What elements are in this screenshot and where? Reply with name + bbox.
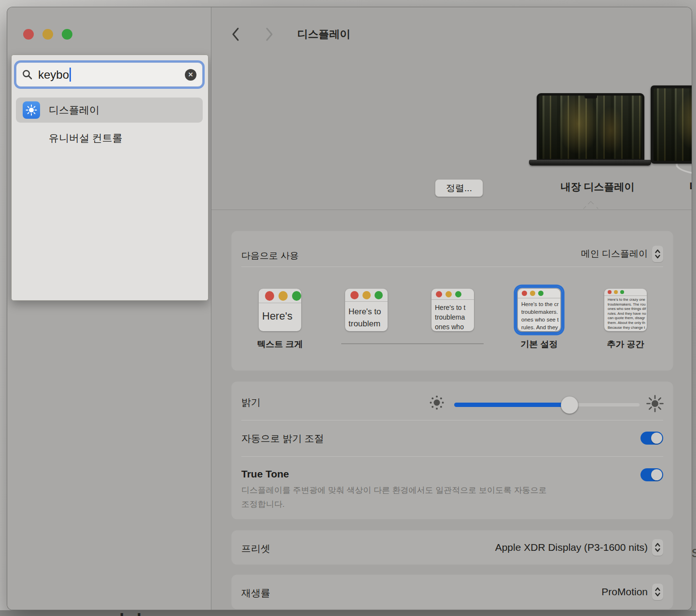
sidebar-item-label: 유니버설 컨트롤 — [49, 131, 123, 145]
brightness-dim-icon — [429, 394, 445, 411]
use-as-popup[interactable]: 메인 디스플레이 — [581, 246, 663, 262]
scaling-option-default[interactable]: Here's to the cr troublemakers. ones who… — [515, 286, 563, 334]
refresh-rate-popup[interactable]: ProMotion — [601, 584, 663, 600]
true-tone-description: 디스플레이를 주변광에 맞춰 색상이 다른 환경에서도 일관적으로 보이도록 자… — [241, 483, 608, 511]
scaling-option-3[interactable]: Here's to t troublema ones who — [429, 286, 476, 334]
laptop-notch — [585, 96, 597, 98]
refresh-rate-card: 재생률 ProMotion — [232, 575, 673, 609]
builtin-display-thumbnail[interactable] — [537, 93, 644, 161]
brightness-label: 밝기 — [241, 396, 261, 409]
use-as-label: 다음으로 사용 — [241, 250, 299, 262]
main-content: 디스플레이 내장 디스플레이 LG HDR 4K 정렬... 다음으로 사용 메… — [211, 7, 692, 610]
refresh-rate-label: 재생률 — [241, 587, 270, 600]
use-as-value: 메인 디스플레이 — [581, 248, 648, 260]
divider — [241, 266, 663, 267]
search-query-text: keybo — [38, 68, 69, 82]
wallpaper-preview — [539, 96, 642, 159]
preset-label: 프리셋 — [241, 542, 270, 555]
wallpaper-preview — [654, 88, 692, 161]
chevron-up-down-icon — [652, 584, 663, 600]
external-display-label: LG HDR 4K — [668, 180, 692, 192]
preset-card: 프리셋 Apple XDR Display (P3-1600 nits) — [232, 531, 673, 564]
background-strip: ssh-keygen — [0, 610, 696, 616]
system-settings-window: keybo ✕ 디스플레이 — [7, 7, 692, 610]
scaling-option-larger-text[interactable]: Here's — [256, 286, 304, 334]
preset-value: Apple XDR Display (P3-1600 nits) — [495, 542, 648, 553]
brightness-slider-fill — [454, 403, 570, 407]
divider — [241, 456, 663, 457]
caret-mask — [586, 204, 597, 210]
chevron-up-down-icon — [652, 539, 663, 556]
brightness-slider[interactable] — [454, 403, 640, 407]
background-partial-text-right: s — [692, 544, 696, 561]
back-button[interactable] — [231, 27, 240, 42]
search-icon — [22, 70, 32, 80]
scaling-option-more-space[interactable]: Here's to the crazy one troublemakers. T… — [602, 286, 649, 334]
search-input[interactable]: keybo ✕ — [16, 62, 203, 87]
builtin-display-label: 내장 디스플레이 — [549, 180, 646, 194]
scaling-label-more-space: 추가 공간 — [582, 338, 669, 350]
close-window-button[interactable] — [23, 29, 34, 40]
auto-brightness-label: 자동으로 밝기 조절 — [241, 432, 324, 445]
window-controls — [23, 29, 72, 40]
zoom-window-button[interactable] — [62, 29, 72, 40]
brightness-slider-knob[interactable] — [561, 396, 578, 414]
display-settings-icon — [23, 101, 40, 119]
scaling-option-2[interactable]: Here's to troublem — [343, 286, 390, 334]
sidebar-item-displays[interactable]: 디스플레이 — [16, 98, 203, 123]
external-display-thumbnail[interactable] — [651, 85, 692, 164]
sidebar-item-label: 디스플레이 — [49, 103, 99, 117]
navigation-bar: 디스플레이 — [211, 22, 692, 47]
sidebar: keybo ✕ 디스플레이 — [7, 7, 211, 610]
laptop-base — [529, 160, 651, 166]
divider — [241, 420, 663, 420]
brightness-card: 밝기 — [232, 382, 673, 519]
arrange-displays-button[interactable]: 정렬... — [435, 179, 483, 197]
brightness-bright-icon — [646, 394, 664, 413]
true-tone-toggle[interactable] — [640, 468, 663, 481]
scaling-options-connector — [341, 343, 484, 344]
scaling-label-default: 기본 설정 — [496, 338, 583, 350]
search-results-panel: keybo ✕ 디스플레이 — [11, 55, 209, 301]
true-tone-label: True Tone — [241, 468, 289, 480]
scaling-label-larger-text: 텍스트 크게 — [237, 338, 323, 350]
page-title: 디스플레이 — [297, 27, 350, 42]
minimize-window-button[interactable] — [42, 29, 53, 40]
refresh-rate-value: ProMotion — [601, 586, 648, 598]
preset-popup[interactable]: Apple XDR Display (P3-1600 nits) — [495, 539, 663, 556]
forward-button[interactable] — [264, 27, 274, 42]
display-mode-card: 다음으로 사용 메인 디스플레이 — [232, 231, 673, 370]
chevron-up-down-icon — [652, 246, 663, 262]
background-partial-text-bottom: ssh-keygen — [99, 610, 200, 616]
section-divider — [211, 210, 692, 210]
text-cursor — [70, 68, 71, 82]
auto-brightness-toggle[interactable] — [640, 432, 663, 445]
sidebar-item-universal-control[interactable]: 유니버설 컨트롤 — [16, 126, 203, 151]
clear-search-icon[interactable]: ✕ — [185, 69, 196, 81]
